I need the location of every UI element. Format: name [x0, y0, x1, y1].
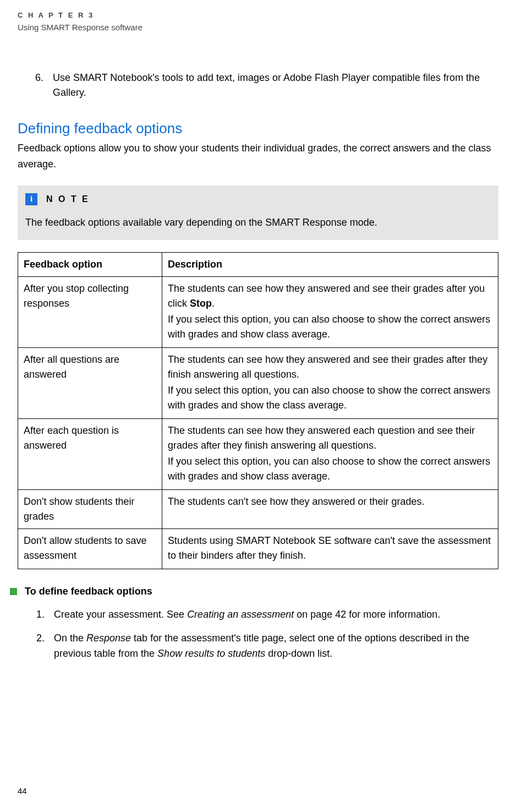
feedback-option-description: The students can see how they answered a…: [162, 276, 498, 347]
feedback-option-description: The students can see how they answered a…: [162, 347, 498, 418]
feedback-option-name: After you stop collecting responses: [18, 276, 162, 347]
list-item: 2. On the Response tab for the assessmen…: [36, 631, 498, 662]
table-row: After you stop collecting responses The …: [18, 276, 498, 347]
text-span: drop-down list.: [265, 648, 332, 659]
feedback-option-description: The students can't see how they answered…: [162, 489, 498, 528]
text-italic: Show results to students: [157, 648, 265, 659]
desc-text: The students can't see how they answered…: [168, 494, 492, 509]
desc-text: The students can see how they answered a…: [168, 352, 492, 382]
table-row: After all questions are answered The stu…: [18, 347, 498, 418]
feedback-option-name: After all questions are answered: [18, 347, 162, 418]
table-header-description: Description: [162, 252, 498, 276]
list-item-number: 2.: [36, 631, 54, 662]
desc-bold: Stop: [190, 298, 212, 309]
desc-text: If you select this option, you can also …: [168, 454, 492, 484]
list-item-text: Use SMART Notebook's tools to add text, …: [53, 70, 498, 100]
desc-text: The students can see how they answered e…: [168, 423, 492, 453]
note-label: N O T E: [46, 194, 90, 204]
table-row: Don't allow students to save assessment …: [18, 528, 498, 569]
table-row: After each question is answered The stud…: [18, 418, 498, 489]
section-intro: Feedback options allow you to show your …: [18, 140, 498, 172]
section-title: Defining feedback options: [18, 120, 498, 137]
table-header-option: Feedback option: [18, 252, 162, 276]
feedback-option-name: After each question is answered: [18, 418, 162, 489]
list-item-number: 1.: [36, 607, 54, 623]
chapter-subtitle: Using SMART Response software: [18, 23, 498, 32]
text-span: On the: [54, 633, 86, 644]
procedure-bullet-icon: [10, 588, 17, 595]
note-body: The feedback options available vary depe…: [25, 215, 491, 230]
page-number: 44: [18, 786, 27, 795]
list-item-text: On the Response tab for the assessment's…: [54, 631, 498, 662]
note-header: i N O T E: [25, 193, 491, 205]
desc-text: .: [212, 298, 215, 309]
feedback-option-description: Students using SMART Notebook SE softwar…: [162, 528, 498, 569]
procedure-header: To define feedback options: [10, 586, 498, 597]
chapter-label: C H A P T E R 3: [18, 11, 498, 19]
text-span: on page 42 for more information.: [294, 609, 440, 620]
list-item-number: 6.: [35, 70, 53, 100]
table-row: Don't show students their grades The stu…: [18, 489, 498, 528]
text-span: Create your assessment. See: [54, 609, 187, 620]
text-italic: Creating an assessment: [187, 609, 294, 620]
info-icon: i: [25, 193, 37, 205]
procedure-title: To define feedback options: [25, 586, 152, 597]
feedback-option-name: Don't show students their grades: [18, 489, 162, 528]
feedback-option-description: The students can see how they answered e…: [162, 418, 498, 489]
desc-text: Students using SMART Notebook SE softwar…: [168, 533, 492, 563]
text-italic: Response: [86, 633, 131, 644]
list-item-text: Create your assessment. See Creating an …: [54, 607, 440, 623]
desc-text: If you select this option, you can also …: [168, 383, 492, 413]
desc-text: The students can see how they answered a…: [168, 283, 485, 309]
note-box: i N O T E The feedback options available…: [18, 186, 498, 240]
feedback-option-name: Don't allow students to save assessment: [18, 528, 162, 569]
procedure-list: 1. Create your assessment. See Creating …: [36, 607, 498, 662]
intro-numbered-list: 6. Use SMART Notebook's tools to add tex…: [35, 70, 498, 100]
desc-text: If you select this option, you can also …: [168, 312, 492, 342]
list-item: 1. Create your assessment. See Creating …: [36, 607, 498, 623]
list-item: 6. Use SMART Notebook's tools to add tex…: [35, 70, 498, 100]
feedback-options-table: Feedback option Description After you st…: [18, 252, 498, 569]
